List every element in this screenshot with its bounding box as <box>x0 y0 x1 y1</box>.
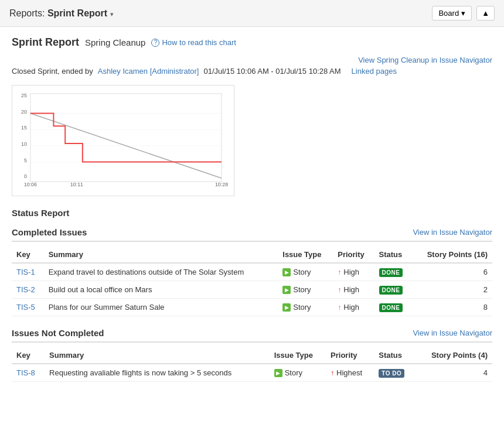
chart-svg: 25 20 15 10 5 0 10:06 10:11 <box>18 91 228 190</box>
linked-pages-link[interactable]: Linked pages <box>352 67 397 76</box>
row-story-points: 4 <box>416 364 492 382</box>
row-summary: Build out a local office on Mars <box>44 281 278 299</box>
x-label-1028: 10:28 <box>215 182 228 187</box>
not-completed-view-navigator-link[interactable]: View in Issue Navigator <box>413 329 492 337</box>
y-label-0: 0 <box>24 173 27 179</box>
sprint-report-title: Sprint Report <box>47 8 107 18</box>
row-status: TO DO <box>374 364 415 382</box>
completed-table-header-row: Key Summary Issue Type Priority Status S… <box>12 247 492 263</box>
status-badge: DONE <box>379 268 403 277</box>
row-status: DONE <box>374 299 413 316</box>
closed-sprint-text: Closed Sprint, ended by <box>12 67 93 76</box>
issue-key-link[interactable]: TIS-5 <box>16 303 35 312</box>
y-label-15: 15 <box>21 125 27 131</box>
title-dropdown-arrow: ▾ <box>110 11 114 18</box>
board-dropdown-arrow: ▾ <box>461 9 465 18</box>
priority-cell: ↑ High <box>338 285 369 294</box>
row-issue-type: ▶ Story <box>270 364 326 382</box>
row-key: TIS-8 <box>12 364 45 382</box>
not-completed-table-header-row: Key Summary Issue Type Priority Status S… <box>12 347 492 364</box>
priority-cell: ↑ Highest <box>331 368 369 377</box>
col-story-points: Story Points (16) <box>413 247 492 263</box>
col-story-points-nc: Story Points (4) <box>416 347 492 364</box>
sprint-dates: 01/Jul/15 10:06 AM - 01/Jul/15 10:28 AM <box>203 67 340 76</box>
settings-button[interactable]: ▲ <box>476 6 495 20</box>
issue-key-link[interactable]: TIS-2 <box>16 285 35 294</box>
row-priority: ↑ High <box>333 263 374 281</box>
col-key-nc: Key <box>12 347 45 364</box>
help-icon: ? <box>151 39 159 47</box>
completed-issues-header: Completed Issues View in Issue Navigator <box>12 227 492 242</box>
issue-type-cell: ▶ Story <box>282 303 328 312</box>
table-row: TIS-5 Plans for our Summer Saturn Sale ▶… <box>12 299 492 316</box>
table-row: TIS-2 Build out a local office on Mars ▶… <box>12 281 492 299</box>
issue-type-cell: ▶ Story <box>282 285 328 294</box>
not-completed-issues-section: Issues Not Completed View in Issue Navig… <box>12 328 492 382</box>
issue-key-link[interactable]: TIS-8 <box>16 368 35 377</box>
row-key: TIS-5 <box>12 299 44 316</box>
story-type-icon: ▶ <box>282 268 291 276</box>
story-type-icon: ▶ <box>282 286 291 294</box>
priority-icon: ↑ <box>338 268 341 276</box>
reports-label: Reports: <box>9 8 45 18</box>
user-link[interactable]: Ashley Icamen [Administrator] <box>98 67 199 76</box>
col-priority-nc: Priority <box>326 347 374 364</box>
y-label-10: 10 <box>21 141 27 147</box>
col-key: Key <box>12 247 44 263</box>
row-story-points: 2 <box>413 281 492 299</box>
completed-view-navigator-link[interactable]: View in Issue Navigator <box>413 228 492 237</box>
x-label-1006: 10:06 <box>24 182 37 187</box>
row-issue-type: ▶ Story <box>278 281 333 299</box>
main-content: Sprint Report Spring Cleanup ? How to re… <box>0 27 504 403</box>
y-label-25: 25 <box>21 93 27 98</box>
row-summary: Plans for our Summer Saturn Sale <box>44 299 278 316</box>
status-badge: DONE <box>379 286 403 295</box>
row-priority: ↑ High <box>333 281 374 299</box>
priority-icon: ↑ <box>338 303 341 312</box>
row-issue-type: ▶ Story <box>278 299 333 316</box>
row-status: DONE <box>374 281 413 299</box>
priority-icon: ↑ <box>331 369 334 377</box>
row-summary: Requesting avaliable flights is now taki… <box>45 364 270 382</box>
priority-cell: ↑ High <box>338 268 369 276</box>
not-completed-title: Issues Not Completed <box>12 328 104 338</box>
priority-icon: ↑ <box>338 286 341 294</box>
row-key: TIS-2 <box>12 281 44 299</box>
y-label-20: 20 <box>21 109 27 115</box>
col-issue-type-nc: Issue Type <box>270 347 326 364</box>
header-actions: Board ▾ ▲ <box>432 6 495 20</box>
not-completed-issues-table: Key Summary Issue Type Priority Status S… <box>12 347 492 382</box>
status-badge: DONE <box>379 303 403 312</box>
col-summary-nc: Summary <box>45 347 270 364</box>
issue-type-cell: ▶ Story <box>274 368 321 377</box>
row-key: TIS-1 <box>12 263 44 281</box>
view-spring-cleanup-link[interactable]: View Spring Cleanup in Issue Navigator <box>358 56 492 64</box>
sprint-chart: 25 20 15 10 5 0 10:06 10:11 <box>12 85 234 196</box>
how-to-read-link[interactable]: ? How to read this chart <box>151 38 236 47</box>
priority-cell: ↑ High <box>338 303 369 312</box>
not-completed-header: Issues Not Completed View in Issue Navig… <box>12 328 492 343</box>
completed-issues-title: Completed Issues <box>12 227 87 237</box>
row-status: DONE <box>374 263 413 281</box>
status-badge: TO DO <box>379 369 404 378</box>
completed-issues-section: Completed Issues View in Issue Navigator… <box>12 227 492 316</box>
completed-issues-table: Key Summary Issue Type Priority Status S… <box>12 247 492 316</box>
sprint-info-bar: Closed Sprint, ended by Ashley Icamen [A… <box>12 67 492 76</box>
issue-key-link[interactable]: TIS-1 <box>16 268 35 276</box>
row-issue-type: ▶ Story <box>278 263 333 281</box>
report-heading: Sprint Report Spring Cleanup ? How to re… <box>12 36 492 49</box>
row-priority: ↑ High <box>333 299 374 316</box>
status-report-title: Status Report <box>12 208 492 218</box>
col-issue-type: Issue Type <box>278 247 333 263</box>
board-button[interactable]: Board ▾ <box>432 6 472 20</box>
row-story-points: 6 <box>413 263 492 281</box>
y-label-5: 5 <box>24 158 27 163</box>
col-summary: Summary <box>44 247 278 263</box>
row-priority: ↑ Highest <box>326 364 374 382</box>
x-label-1011: 10:11 <box>70 182 83 187</box>
issue-type-cell: ▶ Story <box>282 268 328 276</box>
row-summary: Expand travel to destinations outside of… <box>44 263 278 281</box>
story-type-icon: ▶ <box>282 303 291 312</box>
col-status-nc: Status <box>374 347 415 364</box>
page-header: Reports: Sprint Report ▾ Board ▾ ▲ <box>0 0 504 27</box>
